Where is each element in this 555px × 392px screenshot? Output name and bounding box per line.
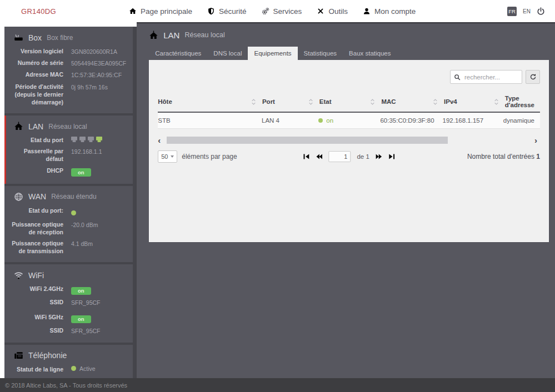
tab-dns-local[interactable]: DNS local xyxy=(207,47,248,60)
user-icon xyxy=(363,7,371,15)
info-label: Numéro de série xyxy=(10,59,63,67)
footer: © 2018 Altice Labs, SA - Tous droits rés… xyxy=(0,378,555,392)
search-input[interactable] xyxy=(463,73,518,81)
last-page-icon[interactable] xyxy=(388,153,395,160)
info-label: Puissance optique de transmission xyxy=(10,239,63,255)
power-icon[interactable] xyxy=(537,7,545,16)
section-subtitle: Réseau local xyxy=(48,123,87,130)
tab-baux-statiques[interactable]: Baux statiques xyxy=(343,47,397,60)
wan-status-dot xyxy=(71,210,76,215)
cell-port: LAN 4 xyxy=(262,113,318,128)
info-value: 1C:57:3E:A0:95:CF xyxy=(71,71,126,79)
state-on-label: on xyxy=(326,117,333,124)
page-size-value: 50 xyxy=(161,153,168,160)
wifi5-status-badge: on xyxy=(71,315,91,324)
nav-label: Outils xyxy=(328,7,348,16)
search-icon xyxy=(454,74,461,81)
devices-table: Hôte Port Etat MAC IPv4 Type d'adresse S… xyxy=(158,92,540,129)
sidebar-section-lan[interactable]: LAN Réseau local Etat du port Passerelle… xyxy=(4,115,133,184)
info-label: Version logiciel xyxy=(10,47,63,55)
sidebar-section-wan[interactable]: WAN Réseau étendu Etat du port: Puissanc… xyxy=(4,186,133,263)
horizontal-scrollbar: ‹ › xyxy=(158,136,540,144)
nav-label: Services xyxy=(273,7,302,16)
home-network-icon xyxy=(149,31,158,40)
info-label: Etat du port xyxy=(10,136,63,144)
nav-label: Mon compte xyxy=(374,7,416,16)
info-value: 5054494E3EA095CF xyxy=(71,59,126,67)
info-label: Période d'activité (depuis le dernier dé… xyxy=(10,83,63,107)
lan-port-indicator xyxy=(71,137,77,142)
nav-item-securite[interactable]: Sécurité xyxy=(207,7,247,16)
scroll-left-icon[interactable]: ‹ xyxy=(158,136,163,144)
state-on-dot xyxy=(318,118,323,123)
page-title: LAN Réseau local xyxy=(149,23,549,47)
tab-equipements[interactable]: Equipements xyxy=(248,47,297,60)
section-title: Box xyxy=(28,33,42,42)
info-value: 3GN8020600R1A xyxy=(71,47,126,56)
tab-statistiques[interactable]: Statistiques xyxy=(298,47,343,60)
sort-icon[interactable] xyxy=(432,98,438,105)
section-subtitle: Box fibre xyxy=(47,34,73,42)
cell-host: STB xyxy=(158,113,262,128)
scrollbar-thumb[interactable] xyxy=(167,137,448,144)
sidebar-section-telephonie[interactable]: Téléphonie Statut de la ligne Active Num… xyxy=(4,345,133,378)
cell-state: on xyxy=(318,113,380,128)
page-size-select[interactable]: 50 xyxy=(158,150,177,163)
tab-caracteristiques[interactable]: Caractéristiques xyxy=(149,47,207,60)
section-title: WAN xyxy=(28,192,46,201)
info-value: 0j 9h 57m 16s xyxy=(71,83,126,91)
info-value: SFR_95CF xyxy=(71,298,126,306)
info-label: Puissance optique de réception xyxy=(10,220,63,236)
line-status-dot xyxy=(71,366,76,371)
nav-item-mon-compte[interactable]: Mon compte xyxy=(363,7,416,16)
wifi24-status-badge: on xyxy=(71,287,91,295)
main-content-area: LAN Réseau local Caractéristiques DNS lo… xyxy=(137,22,555,378)
phone-icon xyxy=(14,351,23,360)
lan-port-indicator xyxy=(96,137,102,142)
device-logo: GR140DG xyxy=(0,7,119,16)
previous-page-icon[interactable] xyxy=(316,153,322,160)
sidebar-section-box[interactable]: Box Box fibre Version logiciel 3GN802060… xyxy=(4,27,133,113)
page-size-label: éléments par page xyxy=(182,153,237,160)
copyright-text: © 2018 Altice Labs, SA - Tous droits rés… xyxy=(5,382,127,389)
sort-icon[interactable] xyxy=(308,98,314,105)
equipements-panel: Hôte Port Etat MAC IPv4 Type d'adresse S… xyxy=(149,60,549,242)
tab-bar: Caractéristiques DNS local Equipements S… xyxy=(149,47,549,60)
sort-icon[interactable] xyxy=(493,98,499,105)
nav-item-services[interactable]: Services xyxy=(262,7,302,16)
nav-item-outils[interactable]: Outils xyxy=(317,7,348,16)
total-entries-label: Nombre total d'entrées xyxy=(467,153,534,160)
search-box xyxy=(450,70,522,84)
nav-label: Sécurité xyxy=(219,7,247,16)
cell-address-type: dynamique xyxy=(503,113,540,128)
router-icon xyxy=(14,33,23,42)
cell-ipv4: 192.168.1.157 xyxy=(443,113,503,128)
first-page-icon[interactable] xyxy=(303,153,309,160)
nav-item-page-principale[interactable]: Page principale xyxy=(129,7,192,16)
sort-icon[interactable] xyxy=(369,98,376,105)
table-header-row: Hôte Port Etat MAC IPv4 Type d'adresse xyxy=(158,92,540,113)
gears-icon xyxy=(262,7,269,15)
language-en-button[interactable]: EN xyxy=(523,8,531,14)
current-page-input[interactable] xyxy=(328,151,351,162)
next-page-icon[interactable] xyxy=(376,153,382,160)
sort-icon[interactable] xyxy=(251,98,257,105)
topbar-right-controls: FR EN xyxy=(507,7,555,16)
info-label: Passerelle par défaut xyxy=(10,147,63,163)
globe-icon xyxy=(14,192,23,202)
info-label: SSID xyxy=(10,298,63,306)
lan-port-indicator xyxy=(79,137,86,142)
table-row[interactable]: STB LAN 4 on 60:35:C0:D9:3F:80 192.168.1… xyxy=(158,113,540,129)
scroll-right-icon[interactable]: › xyxy=(534,136,540,144)
info-label: WiFi 2.4GHz xyxy=(10,285,63,293)
info-label: Adresse MAC xyxy=(10,71,63,78)
chevron-down-icon xyxy=(171,155,174,158)
language-fr-button[interactable]: FR xyxy=(507,7,517,16)
status-sidebar: Box Box fibre Version logiciel 3GN802060… xyxy=(4,27,137,378)
home-icon xyxy=(129,7,137,15)
nav-label: Page principale xyxy=(141,7,192,16)
sidebar-section-wifi[interactable]: WiFi WiFi 2.4GHz on SSID SFR_95CF WiFi 5… xyxy=(4,264,133,342)
refresh-button[interactable] xyxy=(526,70,540,84)
shield-icon xyxy=(207,7,215,15)
page-of-label: de 1 xyxy=(357,153,369,160)
